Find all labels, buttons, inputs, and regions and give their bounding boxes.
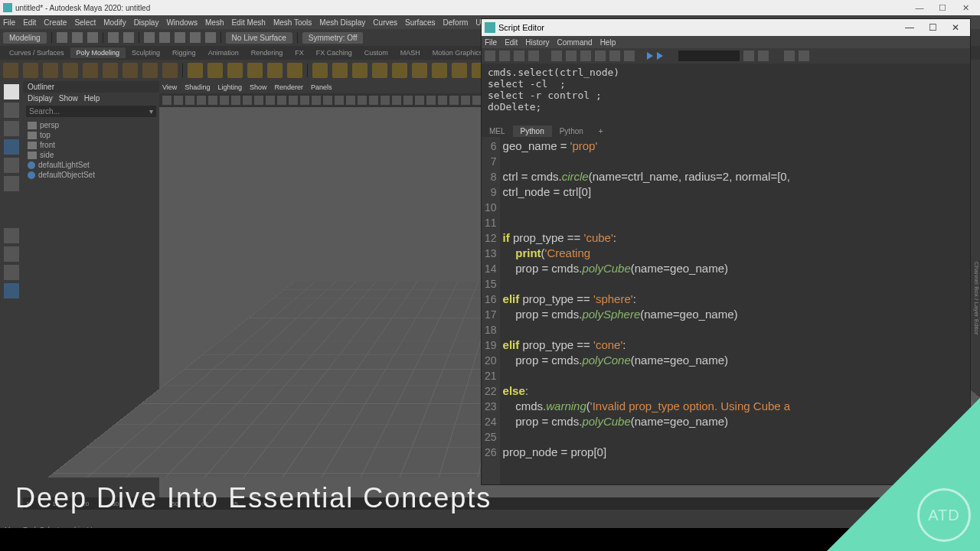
vp-tool-0[interactable] — [162, 96, 172, 105]
se-close-button[interactable]: ✕ — [944, 22, 967, 33]
se-menu-help[interactable]: Help — [600, 38, 616, 47]
vp-tool-22[interactable] — [415, 96, 424, 105]
outliner-item-defaultObjectSet[interactable]: defaultObjectSet — [28, 170, 155, 180]
shelf-tab-rigging[interactable]: Rigging — [166, 47, 202, 58]
script-editor-titlebar[interactable]: Script Editor — ☐ ✕ — [482, 19, 970, 36]
vp-menu-lighting[interactable]: Lighting — [217, 83, 242, 91]
vp-tool-21[interactable] — [403, 96, 413, 105]
vp-tool-4[interactable] — [208, 96, 217, 105]
vp-tool-15[interactable] — [335, 96, 344, 105]
se-execute-all-icon[interactable] — [657, 52, 663, 60]
se-search-up-icon[interactable] — [758, 51, 769, 61]
menu-modify[interactable]: Modify — [103, 18, 126, 27]
vp-tool-13[interactable] — [312, 96, 321, 105]
outliner-search[interactable]: Search... — [26, 106, 156, 117]
vp-tool-7[interactable] — [243, 96, 252, 105]
vp-tool-25[interactable] — [449, 96, 459, 105]
lasso-tool[interactable] — [4, 103, 19, 118]
shelf-tab-motion-graphics[interactable]: Motion Graphics — [426, 47, 489, 58]
maya-titlebar[interactable]: untitled* - Autodesk Maya 2020: untitled… — [0, 0, 980, 15]
open-scene-icon[interactable] — [72, 32, 83, 43]
vp-tool-19[interactable] — [381, 96, 390, 105]
vp-tool-16[interactable] — [346, 96, 355, 105]
vp-tool-1[interactable] — [174, 96, 183, 105]
menu-select[interactable]: Select — [74, 18, 96, 27]
rotate-tool[interactable] — [4, 158, 19, 173]
vp-tool-5[interactable] — [220, 96, 229, 105]
script-tab-3[interactable]: + — [591, 126, 611, 137]
shelf-icon-3[interactable] — [63, 63, 78, 78]
shelf-icon-18[interactable] — [372, 63, 387, 78]
se-history-icon[interactable] — [595, 51, 606, 61]
shelf-icon-12[interactable] — [247, 63, 263, 78]
shelf-tab-poly-modeling[interactable]: Poly Modeling — [70, 47, 126, 58]
shelf-icon-17[interactable] — [352, 63, 368, 78]
outliner-menu-help[interactable]: Help — [84, 94, 100, 103]
shelf-icon-8[interactable] — [162, 63, 178, 78]
se-execute-icon[interactable] — [647, 52, 653, 60]
shelf-icon-20[interactable] — [412, 63, 427, 78]
se-menu-history[interactable]: History — [525, 38, 549, 47]
se-clear-all-icon[interactable] — [580, 51, 591, 61]
vp-tool-26[interactable] — [461, 96, 470, 105]
layout-four-icon[interactable] — [4, 246, 19, 262]
shelf-tab-fx[interactable]: FX — [289, 47, 310, 58]
shelf-tab-mash[interactable]: MASH — [394, 47, 426, 58]
workspace-dropdown[interactable]: Modeling — [3, 32, 47, 44]
script-tab-2[interactable]: Python — [552, 126, 591, 137]
se-minimize-button[interactable]: — — [898, 22, 921, 33]
menu-mesh-display[interactable]: Mesh Display — [319, 18, 365, 27]
shelf-icon-4[interactable] — [83, 63, 98, 78]
vp-tool-23[interactable] — [426, 96, 436, 105]
se-search-field[interactable] — [678, 51, 740, 61]
shelf-icon-19[interactable] — [392, 63, 407, 78]
snap-point-icon[interactable] — [175, 32, 185, 43]
outliner-item-side[interactable]: side — [28, 150, 155, 160]
shelf-icon-15[interactable] — [312, 63, 328, 78]
outliner-item-top[interactable]: top — [28, 130, 155, 140]
shelf-tab-animation[interactable]: Animation — [202, 47, 245, 58]
shelf-tab-sculpting[interactable]: Sculpting — [126, 47, 166, 58]
se-clear-input-icon[interactable] — [566, 51, 577, 61]
vp-tool-10[interactable] — [277, 96, 286, 105]
se-echo-icon[interactable] — [609, 51, 620, 61]
shelf-icon-13[interactable] — [267, 63, 283, 78]
outliner-item-front[interactable]: front — [28, 140, 155, 150]
maximize-button[interactable]: ☐ — [931, 3, 954, 13]
vp-tool-12[interactable] — [300, 96, 309, 105]
menu-windows[interactable]: Windows — [166, 18, 198, 27]
vp-menu-renderer[interactable]: Renderer — [274, 83, 303, 91]
menu-curves[interactable]: Curves — [373, 18, 397, 27]
layout-two-icon[interactable] — [4, 265, 19, 280]
shelf-icon-6[interactable] — [122, 63, 138, 78]
vp-menu-view[interactable]: View — [162, 83, 177, 91]
outliner-item-persp[interactable]: persp — [28, 120, 155, 130]
shelf-icon-16[interactable] — [332, 63, 348, 78]
menu-display[interactable]: Display — [134, 18, 159, 27]
se-menu-command[interactable]: Command — [557, 38, 592, 47]
se-clear-history-icon[interactable] — [551, 51, 562, 61]
outliner-item-defaultLightSet[interactable]: defaultLightSet — [28, 160, 155, 170]
outliner-menu-display[interactable]: Display — [28, 94, 53, 103]
undo-icon[interactable] — [108, 32, 119, 43]
shelf-icon-11[interactable] — [227, 63, 243, 78]
live-surface-dropdown[interactable]: No Live Surface — [226, 32, 292, 44]
shelf-icon-5[interactable] — [103, 63, 118, 78]
symmetry-dropdown[interactable]: Symmetry: Off — [302, 32, 364, 44]
shelf-tab-curves-surfaces[interactable]: Curves / Surfaces — [3, 47, 70, 58]
script-tab-1[interactable]: Python — [513, 126, 552, 137]
se-goto-line-icon[interactable] — [784, 51, 795, 61]
vp-tool-9[interactable] — [266, 96, 275, 105]
shelf-tab-rendering[interactable]: Rendering — [245, 47, 289, 58]
vp-tool-24[interactable] — [438, 96, 447, 105]
se-maximize-button[interactable]: ☐ — [921, 22, 944, 33]
vp-tool-2[interactable] — [185, 96, 194, 105]
minimize-button[interactable]: — — [908, 3, 931, 12]
se-menu-edit[interactable]: Edit — [505, 38, 518, 47]
move-tool[interactable] — [4, 139, 19, 155]
source-code[interactable]: geo_name = 'prop'ctrl = cmds.circle(name… — [500, 137, 794, 484]
shelf-tab-custom[interactable]: Custom — [358, 47, 394, 58]
se-menu-file[interactable]: File — [485, 38, 497, 47]
se-indent-icon[interactable] — [799, 51, 809, 61]
shelf-icon-9[interactable] — [188, 63, 203, 78]
